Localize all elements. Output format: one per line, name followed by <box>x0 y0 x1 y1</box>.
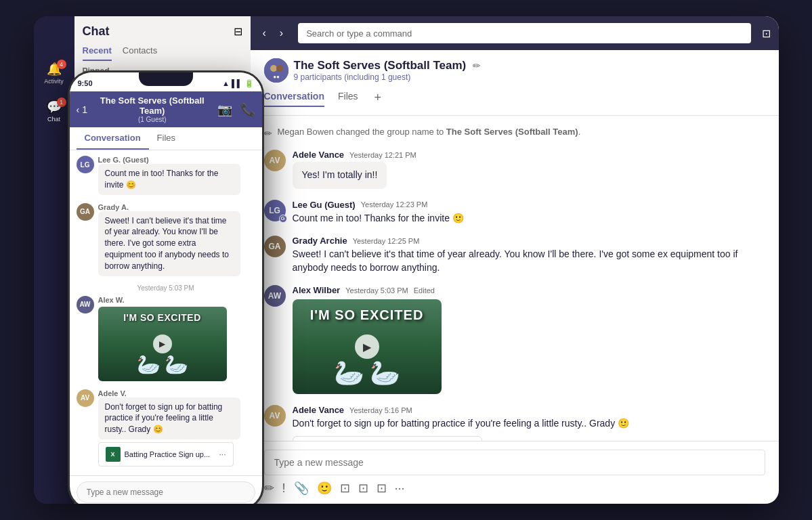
message-time: Yesterday 12:21 PM <box>349 151 416 159</box>
phone-call-icon[interactable]: 📞 <box>240 102 255 117</box>
phone-tab-files[interactable]: Files <box>149 127 184 150</box>
message-input[interactable] <box>264 450 765 475</box>
gif-icon[interactable]: ⊡ <box>340 481 350 496</box>
phone-tab-conversation[interactable]: Conversation <box>77 127 149 150</box>
video-call-icon[interactable]: 📷 <box>217 102 232 117</box>
phone-messages: LG Lee G. (Guest) Count me in too! Thank… <box>70 150 262 475</box>
tab-conversation[interactable]: Conversation <box>264 88 324 107</box>
group-avatar: ●● <box>264 58 289 83</box>
phone-message-row: AW Alex W. 🦢 🦢 I'M SO EXCITED ▶ <box>77 296 255 381</box>
top-navigation-bar: ‹ › Search or type a command ⊡ <box>251 16 779 50</box>
conversation-tabs: Conversation Files + <box>264 88 765 107</box>
avatar: AV <box>77 389 94 407</box>
message-time: Yesterday 12:23 PM <box>361 200 428 209</box>
message-edited-label: Edited <box>414 286 435 295</box>
filter-icon[interactable]: ⊟ <box>234 25 242 38</box>
gif-container[interactable]: 🦢 🦢 I'M SO EXCITED ▶ <box>293 299 442 394</box>
message-row: AV Adele Vance Yesterday 5:16 PM Don't f… <box>264 405 765 441</box>
phone-file-more[interactable]: ··· <box>219 450 226 459</box>
chat-label: Chat <box>47 116 60 123</box>
message-sender: Lee Gu (Guest) <box>293 200 356 210</box>
main-content: ‹ › Search or type a command ⊡ ●● <box>251 16 779 504</box>
phone-message-bubble: Don't forget to sign up for batting prac… <box>98 397 240 439</box>
sticker-icon[interactable]: ⊡ <box>358 481 368 496</box>
more-actions-icon[interactable]: ··· <box>395 481 405 496</box>
system-message-text: Megan Bowen changed the group name to Th… <box>278 127 581 137</box>
message-sender: Alex Wilber <box>293 285 341 295</box>
phone-excel-icon: X <box>106 447 121 462</box>
message-row: AW Alex Wilber Yesterday 5:03 PM Edited … <box>264 285 765 394</box>
phone-file-attachment[interactable]: X Batting Practice Sign up... ··· <box>98 442 234 467</box>
chat-tabs: Recent Contacts <box>74 41 251 61</box>
phone-input-area <box>70 475 262 504</box>
back-count: 1 <box>82 104 87 115</box>
avatar: GA <box>77 203 94 221</box>
edit-group-name-icon[interactable]: ✏ <box>473 60 481 71</box>
chat-panel-header: Chat ⊟ <box>74 16 251 39</box>
sidebar-item-activity[interactable]: 4 🔔 Activity <box>38 57 70 89</box>
phone-message-row: LG Lee G. (Guest) Count me in too! Thank… <box>77 156 255 195</box>
tab-contacts[interactable]: Contacts <box>123 41 157 61</box>
avatar: GA <box>264 236 286 257</box>
phone-time: 9:50 <box>78 79 93 87</box>
attach-icon[interactable]: 📎 <box>294 481 309 496</box>
message-row: GA Grady Archie Yesterday 12:25 PM Sweet… <box>264 236 765 274</box>
pencil-icon: ✏ <box>264 128 272 139</box>
tab-recent[interactable]: Recent <box>83 41 112 61</box>
phone-message-sender: Lee G. (Guest) <box>98 156 240 164</box>
back-arrow[interactable]: ‹ <box>259 24 270 42</box>
phone-gif-container[interactable]: 🦢 🦢 I'M SO EXCITED ▶ <box>98 307 227 381</box>
battery-icon: 🔋 <box>244 79 254 88</box>
praise-icon[interactable]: ⊡ <box>377 481 387 496</box>
phone-group-name: The Soft Serves (Softball Team) <box>87 95 217 116</box>
format-icon[interactable]: ✏ <box>264 481 274 496</box>
message-bubble: Yes! I'm totally in!! <box>293 162 387 189</box>
phone-message-sender: Alex W. <box>98 296 227 304</box>
phone-timestamp: Yesterday 5:03 PM <box>77 284 255 292</box>
signal-icon: ▌▌ <box>232 79 242 87</box>
chat-badge: 1 <box>57 98 66 107</box>
phone-message-input[interactable] <box>77 481 255 503</box>
tablet-container: 4 🔔 Activity 1 💬 Chat Chat ⊟ Recent Cont… <box>34 16 779 504</box>
avatar: AV <box>264 150 286 171</box>
phone-message-bubble: Count me in too! Thanks for the invite 😊 <box>98 164 240 195</box>
phone-screen: 9:50 ▲ ▌▌ 🔋 ‹ 1 The Soft Serves (Softbal… <box>70 72 262 504</box>
file-attachment[interactable]: X Batting Practice Sign up.xlsx ··· <box>293 436 482 441</box>
add-tab-icon[interactable]: + <box>372 91 385 105</box>
guest-badge: G <box>279 215 287 223</box>
back-button[interactable]: ‹ 1 <box>77 104 87 115</box>
compose-icon[interactable]: ⊡ <box>762 27 771 40</box>
avatar: LG <box>77 156 94 173</box>
message-sender: Grady Archie <box>293 236 347 246</box>
phone-overlay: 9:50 ▲ ▌▌ 🔋 ‹ 1 The Soft Serves (Softbal… <box>68 70 264 504</box>
participants-count: 9 participants (including 1 guest) <box>294 72 482 82</box>
sidebar-item-chat[interactable]: 1 💬 Chat <box>38 95 70 127</box>
message-input-area: ✏ ! 📎 🙂 ⊡ ⊡ ⊡ ··· <box>251 441 779 504</box>
message-time: Yesterday 5:03 PM <box>345 286 408 295</box>
search-placeholder: Search or type a command <box>306 28 412 39</box>
message-sender: Adele Vance <box>293 405 345 415</box>
phone-header: ‹ 1 The Soft Serves (Softball Team) (1 G… <box>70 91 262 127</box>
svg-text:●●: ●● <box>273 74 280 80</box>
back-chevron-icon: ‹ <box>77 104 80 115</box>
phone-message-row: AV Adele V. Don't forget to sign up for … <box>77 389 255 467</box>
message-text: Sweet! I can't believe it's that time of… <box>293 248 738 273</box>
tab-files[interactable]: Files <box>338 88 358 107</box>
message-row: AV Adele Vance Yesterday 12:21 PM Yes! I… <box>264 150 765 189</box>
search-bar[interactable]: Search or type a command <box>298 23 750 43</box>
forward-arrow[interactable]: › <box>276 24 287 42</box>
phone-file-name: Batting Practice Sign up... <box>125 450 215 458</box>
play-button[interactable]: ▶ <box>355 334 379 359</box>
activity-label: Activity <box>44 78 64 85</box>
emoji-icon[interactable]: 🙂 <box>317 481 332 496</box>
avatar: AW <box>77 296 94 313</box>
activity-badge: 4 <box>57 60 66 69</box>
phone-play-button[interactable]: ▶ <box>153 334 172 353</box>
message-text: Yes! I'm totally in!! <box>302 169 378 180</box>
avatar: AW <box>264 285 286 307</box>
important-icon[interactable]: ! <box>282 481 286 496</box>
message-sender: Adele Vance <box>293 150 345 160</box>
phone-gif-text: I'M SO EXCITED <box>98 312 227 323</box>
phone-notch <box>139 72 193 86</box>
message-text: Don't forget to sign up for batting prac… <box>293 418 630 429</box>
